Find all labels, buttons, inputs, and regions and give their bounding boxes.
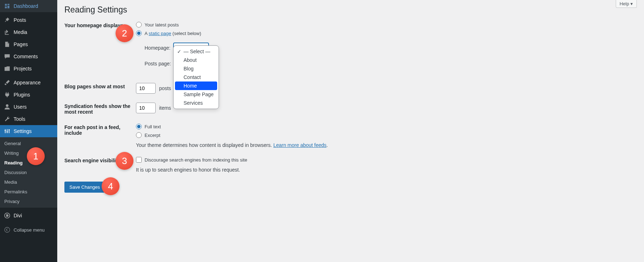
main-content: Help ▾ Reading Settings 2 Your homepage … bbox=[57, 0, 644, 262]
search-desc: It is up to search engines to honor this… bbox=[136, 167, 637, 173]
dropdown-option-about[interactable]: About bbox=[175, 56, 217, 64]
portfolio-icon bbox=[4, 65, 11, 72]
sidebar-label: Appearance bbox=[14, 80, 41, 85]
plug-icon bbox=[4, 91, 11, 98]
dropdown-option-sample[interactable]: Sample Page bbox=[175, 90, 217, 99]
sidebar-label: Users bbox=[14, 104, 27, 110]
dashboard-icon bbox=[4, 3, 11, 10]
sidebar-item-projects[interactable]: Projects bbox=[0, 63, 57, 75]
submenu-media[interactable]: Media bbox=[0, 177, 57, 187]
sidebar-label: Plugins bbox=[14, 92, 30, 98]
sidebar-item-dashboard[interactable]: Dashboard bbox=[0, 0, 57, 12]
static-page-link[interactable]: static page bbox=[149, 31, 171, 36]
homepage-dropdown-list: — Select — About Blog Contact Home Sampl… bbox=[173, 45, 219, 109]
submenu-privacy[interactable]: Privacy bbox=[0, 197, 57, 206]
radio-full-text[interactable] bbox=[136, 124, 142, 129]
blog-pages-input[interactable] bbox=[136, 83, 156, 94]
check-label-discourage: Discourage search engines from indexing … bbox=[145, 157, 247, 163]
svg-point-0 bbox=[6, 104, 8, 107]
admin-sidebar: Dashboard Posts Media Pages Comments Pro… bbox=[0, 0, 57, 262]
annotation-badge-1: 1 bbox=[27, 147, 45, 165]
homepage-select-label: Homepage: bbox=[145, 45, 173, 51]
radio-label-static: A static page (select below) bbox=[145, 31, 201, 36]
sidebar-label: Media bbox=[14, 29, 27, 35]
annotation-badge-4: 4 bbox=[102, 177, 119, 195]
page-title: Reading Settings bbox=[64, 5, 637, 15]
collapse-icon bbox=[4, 226, 11, 233]
collapse-menu-button[interactable]: Collapse menu bbox=[0, 223, 57, 236]
dropdown-option-home[interactable]: Home bbox=[175, 81, 217, 90]
label-blog-pages: Blog pages show at most bbox=[64, 83, 136, 89]
user-icon bbox=[4, 103, 11, 110]
media-icon bbox=[4, 29, 11, 36]
save-button[interactable]: Save Changes bbox=[64, 182, 105, 193]
sidebar-label: Posts bbox=[14, 17, 26, 23]
dropdown-option-contact[interactable]: Contact bbox=[175, 73, 217, 81]
sidebar-item-appearance[interactable]: Appearance bbox=[0, 76, 57, 89]
sidebar-label: Dashboard bbox=[14, 3, 38, 9]
radio-static-page[interactable] bbox=[136, 30, 142, 36]
sidebar-label: Divi bbox=[14, 213, 22, 218]
syndication-input[interactable] bbox=[136, 103, 156, 113]
radio-label-excerpt: Excerpt bbox=[145, 133, 160, 138]
sidebar-item-tools[interactable]: Tools bbox=[0, 113, 57, 125]
checkbox-discourage-search[interactable] bbox=[136, 157, 142, 163]
learn-feeds-link[interactable]: Learn more about feeds bbox=[273, 142, 327, 148]
sidebar-item-plugins[interactable]: Plugins bbox=[0, 89, 57, 101]
sidebar-item-pages[interactable]: Pages bbox=[0, 38, 57, 50]
submenu-permalinks[interactable]: Permalinks bbox=[0, 187, 57, 197]
pin-icon bbox=[4, 16, 11, 24]
dropdown-option-services[interactable]: Services bbox=[175, 99, 217, 107]
sidebar-item-settings[interactable]: Settings bbox=[0, 125, 57, 137]
sidebar-item-users[interactable]: Users bbox=[0, 101, 57, 113]
sidebar-label: Pages bbox=[14, 41, 28, 47]
label-syndication: Syndication feeds show the most recent bbox=[64, 103, 136, 115]
wrench-icon bbox=[4, 115, 11, 123]
sidebar-label: Projects bbox=[14, 66, 32, 71]
comment-icon bbox=[4, 53, 11, 60]
annotation-badge-3: 3 bbox=[116, 152, 133, 170]
sidebar-item-comments[interactable]: Comments bbox=[0, 50, 57, 63]
radio-excerpt[interactable] bbox=[136, 132, 142, 138]
page-icon bbox=[4, 41, 11, 48]
blog-pages-unit: posts bbox=[159, 85, 171, 91]
syndication-unit: items bbox=[159, 105, 171, 111]
sidebar-label: Settings bbox=[14, 128, 32, 134]
posts-page-select-label: Posts page: bbox=[145, 61, 173, 66]
settings-submenu: General Writing Reading Discussion Media… bbox=[0, 137, 57, 208]
dropdown-option-select[interactable]: — Select — bbox=[175, 47, 217, 56]
brush-icon bbox=[4, 79, 11, 86]
sidebar-label: Tools bbox=[14, 116, 25, 122]
sidebar-item-divi[interactable]: Divi bbox=[0, 209, 57, 222]
sidebar-item-posts[interactable]: Posts bbox=[0, 14, 57, 26]
label-feed-include: For each post in a feed, include bbox=[64, 124, 136, 136]
divi-icon bbox=[4, 212, 11, 219]
collapse-label: Collapse menu bbox=[14, 227, 45, 233]
feed-description: Your theme determines how content is dis… bbox=[136, 142, 637, 148]
svg-point-2 bbox=[5, 227, 10, 232]
submenu-general[interactable]: General bbox=[0, 139, 57, 148]
sidebar-item-media[interactable]: Media bbox=[0, 26, 57, 38]
help-button[interactable]: Help ▾ bbox=[616, 0, 637, 8]
radio-label-full: Full text bbox=[145, 124, 161, 129]
sliders-icon bbox=[4, 128, 11, 135]
submenu-discussion[interactable]: Discussion bbox=[0, 168, 57, 177]
sidebar-label: Comments bbox=[14, 54, 38, 59]
annotation-badge-2: 2 bbox=[116, 24, 133, 42]
dropdown-option-blog[interactable]: Blog bbox=[175, 64, 217, 73]
radio-label-latest: Your latest posts bbox=[145, 22, 179, 28]
radio-latest-posts[interactable] bbox=[136, 22, 142, 28]
